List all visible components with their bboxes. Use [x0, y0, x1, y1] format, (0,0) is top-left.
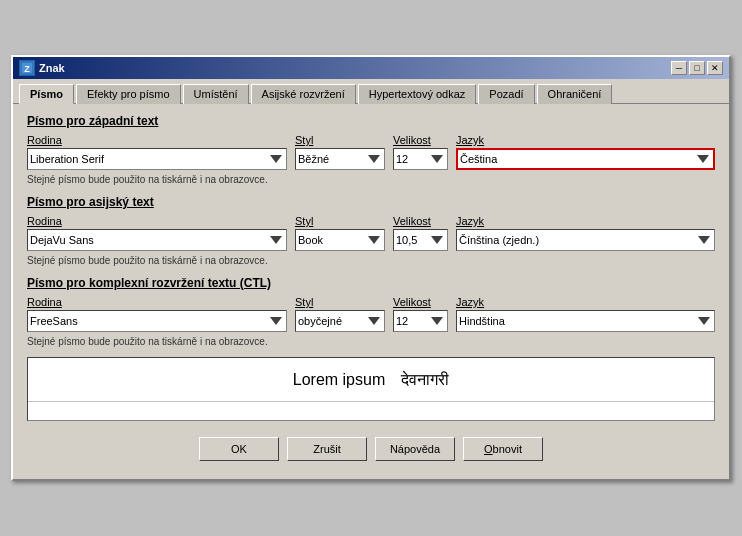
western-language-select[interactable]: Čeština [456, 148, 715, 170]
western-form-row: Rodina Liberation Serif Styl Běžné Velik… [27, 134, 715, 170]
western-family-label: Rodina [27, 134, 287, 146]
maximize-button[interactable]: □ [689, 61, 705, 75]
asian-style-group: Styl Book [295, 215, 385, 251]
preview-bottom-row [28, 402, 714, 420]
western-style-label: Styl [295, 134, 385, 146]
asian-family-select[interactable]: DejaVu Sans [27, 229, 287, 251]
reset-button[interactable]: Obnovit [463, 437, 543, 461]
asian-style-label: Styl [295, 215, 385, 227]
tabs-bar: Písmo Efekty pro písmo Umístění Asijské … [13, 79, 729, 104]
asian-hint: Stejné písmo bude použito na tiskárně i … [27, 255, 715, 266]
asian-size-label: Velikost [393, 215, 448, 227]
cancel-button[interactable]: Zrušit [287, 437, 367, 461]
ctl-language-label: Jazyk [456, 296, 715, 308]
tab-asijske[interactable]: Asijské rozvržení [251, 84, 356, 104]
asian-language-label: Jazyk [456, 215, 715, 227]
window-controls: ─ □ ✕ [671, 61, 723, 75]
tab-ohraniceni[interactable]: Ohraničení [537, 84, 613, 104]
western-hint: Stejné písmo bude použito na tiskárně i … [27, 174, 715, 185]
content-area: Písmo pro západní text Rodina Liberation… [13, 104, 729, 479]
western-language-label: Jazyk [456, 134, 715, 146]
western-size-select[interactable]: 12 [393, 148, 448, 170]
preview-area: Lorem ipsum देवनागरी [27, 357, 715, 421]
close-button[interactable]: ✕ [707, 61, 723, 75]
asian-language-select[interactable]: Čínština (zjedn.) [456, 229, 715, 251]
ctl-size-label: Velikost [393, 296, 448, 308]
window-icon: Z [19, 60, 35, 76]
tab-hypertextovy[interactable]: Hypertextový odkaz [358, 84, 477, 104]
asian-size-select[interactable]: 10,5 [393, 229, 448, 251]
main-window: Z Znak ─ □ ✕ Písmo Efekty pro písmo Umís… [11, 55, 731, 481]
asian-size-group: Velikost 10,5 [393, 215, 448, 251]
western-family-select[interactable]: Liberation Serif [27, 148, 287, 170]
ctl-family-select[interactable]: FreeSans [27, 310, 287, 332]
ctl-language-group: Jazyk Hindština [456, 296, 715, 332]
ctl-size-select[interactable]: 12 [393, 310, 448, 332]
svg-text:Z: Z [24, 64, 30, 74]
ok-button[interactable]: OK [199, 437, 279, 461]
help-button[interactable]: Nápověda [375, 437, 455, 461]
preview-text-row: Lorem ipsum देवनागरी [28, 358, 714, 402]
preview-lorem: Lorem ipsum [293, 371, 385, 389]
title-bar: Z Znak ─ □ ✕ [13, 57, 729, 79]
ctl-language-select[interactable]: Hindština [456, 310, 715, 332]
ctl-style-label: Styl [295, 296, 385, 308]
western-style-group: Styl Běžné [295, 134, 385, 170]
western-section: Písmo pro západní text Rodina Liberation… [27, 114, 715, 185]
western-size-label: Velikost [393, 134, 448, 146]
western-language-group: Jazyk Čeština [456, 134, 715, 170]
tab-pozadi[interactable]: Pozadí [478, 84, 534, 104]
buttons-bar: OK Zrušit Nápověda Obnovit [27, 431, 715, 469]
title-bar-left: Z Znak [19, 60, 65, 76]
tab-umisteni[interactable]: Umístění [183, 84, 249, 104]
window-title: Znak [39, 62, 65, 74]
asian-language-group: Jazyk Čínština (zjedn.) [456, 215, 715, 251]
ctl-style-select[interactable]: obyčejné [295, 310, 385, 332]
asian-family-label: Rodina [27, 215, 287, 227]
western-section-title: Písmo pro západní text [27, 114, 715, 128]
asian-form-row: Rodina DejaVu Sans Styl Book Velikost 10… [27, 215, 715, 251]
western-size-group: Velikost 12 [393, 134, 448, 170]
western-family-group: Rodina Liberation Serif [27, 134, 287, 170]
ctl-size-group: Velikost 12 [393, 296, 448, 332]
ctl-form-row: Rodina FreeSans Styl obyčejné Velikost 1… [27, 296, 715, 332]
preview-devanagari: देवनागरी [401, 371, 449, 389]
ctl-section: Písmo pro komplexní rozvržení textu (CTL… [27, 276, 715, 347]
tab-pismo[interactable]: Písmo [19, 84, 74, 104]
asian-style-select[interactable]: Book [295, 229, 385, 251]
asian-section: Písmo pro asijský text Rodina DejaVu San… [27, 195, 715, 266]
minimize-button[interactable]: ─ [671, 61, 687, 75]
asian-section-title: Písmo pro asijský text [27, 195, 715, 209]
tab-efekty[interactable]: Efekty pro písmo [76, 84, 181, 104]
western-style-select[interactable]: Běžné [295, 148, 385, 170]
ctl-section-title: Písmo pro komplexní rozvržení textu (CTL… [27, 276, 715, 290]
asian-family-group: Rodina DejaVu Sans [27, 215, 287, 251]
ctl-family-group: Rodina FreeSans [27, 296, 287, 332]
ctl-family-label: Rodina [27, 296, 287, 308]
ctl-style-group: Styl obyčejné [295, 296, 385, 332]
ctl-hint: Stejné písmo bude použito na tiskárně i … [27, 336, 715, 347]
